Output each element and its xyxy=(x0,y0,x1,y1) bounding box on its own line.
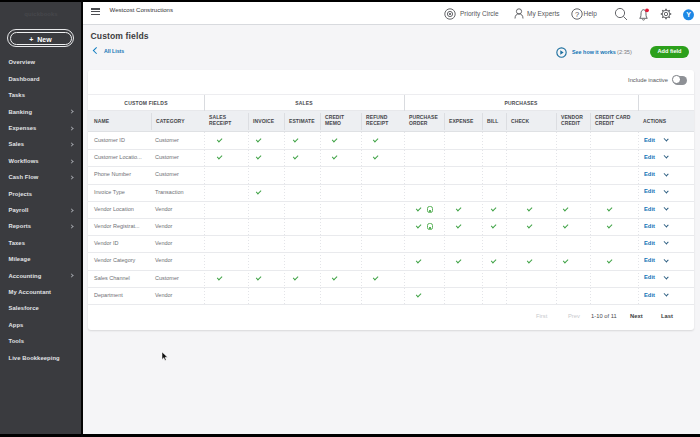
svg-text:Y: Y xyxy=(686,11,691,18)
svg-text:Help: Help xyxy=(584,10,598,18)
svg-text:My Experts: My Experts xyxy=(527,10,560,18)
svg-text:Priority Circle: Priority Circle xyxy=(460,10,499,18)
svg-text:?: ? xyxy=(575,10,579,19)
